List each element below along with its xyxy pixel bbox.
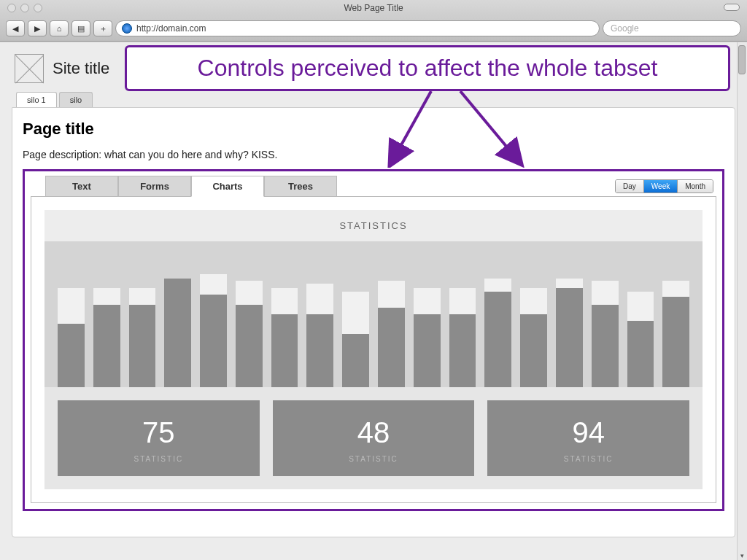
silo-tab-0[interactable]: silo 1 xyxy=(16,92,57,107)
svg-line-0 xyxy=(395,91,431,157)
stat-card-1: 48STATISTIC xyxy=(273,400,475,476)
highlighted-tabset: TextFormsChartsTrees DayWeekMonth STATIS… xyxy=(23,169,724,511)
stat-card-0: 75STATISTIC xyxy=(58,400,260,476)
page-content: ▾ Site title silo 1silo Page title Page … xyxy=(0,42,747,560)
scrollbar-thumb[interactable] xyxy=(738,45,746,74)
annotation-callout: Controls perceived to affect the whole t… xyxy=(125,45,730,91)
add-button[interactable]: ＋ xyxy=(93,20,112,36)
time-range-segmented: DayWeekMonth xyxy=(615,179,713,193)
bar-column xyxy=(449,254,476,387)
bar-column xyxy=(414,254,441,387)
stat-card-2: 94STATISTIC xyxy=(487,400,689,476)
bar-column xyxy=(58,254,85,387)
home-button[interactable]: ⌂ xyxy=(50,20,69,36)
stat-label: STATISTIC xyxy=(273,455,475,463)
arrow-icon xyxy=(453,88,533,168)
segment-month[interactable]: Month xyxy=(678,180,713,192)
tab-text[interactable]: Text xyxy=(45,176,118,196)
segment-week[interactable]: Week xyxy=(644,180,678,192)
bar-column xyxy=(627,254,654,387)
svg-line-1 xyxy=(460,91,515,157)
silo-tab-1[interactable]: silo xyxy=(59,92,93,107)
arrow-icon xyxy=(380,88,446,168)
bar-column xyxy=(236,254,263,387)
tab-forms[interactable]: Forms xyxy=(118,176,191,196)
main-panel: Page title Page description: what can yo… xyxy=(12,107,735,537)
bar-column xyxy=(592,254,619,387)
bar-column xyxy=(306,254,333,387)
segment-day[interactable]: Day xyxy=(616,180,644,192)
url-text: http://domain.com xyxy=(136,23,206,34)
back-button[interactable]: ◀ xyxy=(6,20,25,36)
bar-column xyxy=(556,254,583,387)
tab-trees[interactable]: Trees xyxy=(264,176,337,196)
search-input[interactable]: Google xyxy=(603,20,741,36)
bar-column xyxy=(271,254,298,387)
reader-button[interactable]: ▤ xyxy=(71,20,90,36)
browser-toolbar: ◀ ▶ ⌂ ▤ ＋ http://domain.com Google xyxy=(0,16,747,41)
tab-charts[interactable]: Charts xyxy=(191,176,264,197)
window-title: Web Page Title xyxy=(0,3,747,13)
bar-column xyxy=(378,254,405,387)
stat-label: STATISTIC xyxy=(487,455,689,463)
site-title: Site title xyxy=(53,59,109,78)
statistics-title: STATISTICS xyxy=(44,210,703,241)
bar-column xyxy=(662,254,689,387)
page-description: Page description: what can you do here a… xyxy=(23,149,724,160)
annotation-text: Controls perceived to affect the whole t… xyxy=(140,55,715,82)
browser-chrome: Web Page Title ◀ ▶ ⌂ ▤ ＋ http://domain.c… xyxy=(0,0,747,42)
stat-boxes: 75STATISTIC48STATISTIC94STATISTIC xyxy=(44,387,703,489)
stat-label: STATISTIC xyxy=(58,455,260,463)
statistics-card: STATISTICS 75STATISTIC48STATISTIC94STATI… xyxy=(44,210,703,489)
stat-value: 48 xyxy=(273,416,475,449)
globe-icon xyxy=(122,23,132,34)
bar-column xyxy=(342,254,369,387)
bar-column xyxy=(200,254,227,387)
url-bar[interactable]: http://domain.com xyxy=(115,20,600,36)
chart-panel: STATISTICS 75STATISTIC48STATISTIC94STATI… xyxy=(31,196,716,503)
bar-column xyxy=(164,254,191,387)
scrollbar-down-icon[interactable]: ▾ xyxy=(738,552,746,559)
bar-column xyxy=(520,254,547,387)
forward-button[interactable]: ▶ xyxy=(28,20,47,36)
titlebar: Web Page Title xyxy=(0,0,747,16)
stat-value: 75 xyxy=(58,416,260,449)
toolbar-pill-icon[interactable] xyxy=(724,4,740,11)
bar-column xyxy=(93,254,120,387)
bar-column xyxy=(129,254,156,387)
logo-placeholder-icon xyxy=(15,54,44,83)
inner-tabs: TextFormsChartsTrees xyxy=(45,176,337,196)
stat-value: 94 xyxy=(487,416,689,449)
bar-chart xyxy=(44,241,703,387)
silo-tabs: silo 1silo xyxy=(12,92,735,107)
scrollbar[interactable]: ▾ xyxy=(737,42,747,560)
page-title: Page title xyxy=(23,120,724,139)
search-placeholder: Google xyxy=(611,23,639,34)
bar-column xyxy=(484,254,511,387)
